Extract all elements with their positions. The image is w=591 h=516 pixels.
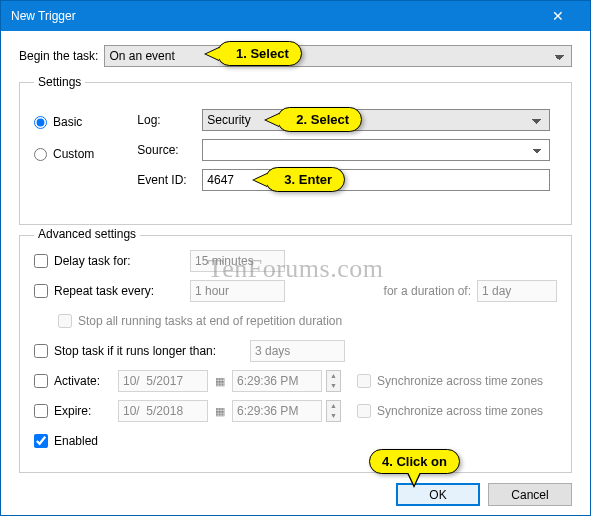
radio-column: Basic Custom bbox=[34, 99, 134, 179]
delay-checkbox[interactable] bbox=[34, 254, 48, 268]
stopif-select: 3 days bbox=[250, 340, 345, 362]
delay-select: 15 minutes bbox=[190, 250, 285, 272]
window-title: New Trigger bbox=[11, 9, 76, 23]
callout-4: 4. Click on bbox=[369, 449, 460, 474]
stopall-label: Stop all running tasks at end of repetit… bbox=[78, 314, 342, 328]
source-row: Source: bbox=[137, 139, 550, 161]
spin-icon: ▲▼ bbox=[326, 400, 341, 422]
activate-checkbox[interactable] bbox=[34, 374, 48, 388]
log-label: Log: bbox=[137, 113, 202, 127]
close-icon[interactable]: ✕ bbox=[535, 8, 580, 24]
advanced-title: Advanced settings bbox=[34, 227, 140, 241]
enabled-label: Enabled bbox=[54, 434, 98, 448]
radio-custom-input[interactable] bbox=[34, 148, 47, 161]
repeat-checkbox[interactable] bbox=[34, 284, 48, 298]
repeat-label: Repeat task every: bbox=[54, 284, 184, 298]
fields-column: Log: Security 2. Select Source: Event ID… bbox=[137, 99, 550, 199]
log-select[interactable]: Security bbox=[202, 109, 550, 131]
expire-row: Expire: ▦ ▲▼ Synchronize across time zon… bbox=[34, 400, 557, 422]
radio-custom[interactable]: Custom bbox=[34, 147, 134, 161]
sync2-label: Synchronize across time zones bbox=[377, 404, 543, 418]
delay-label: Delay task for: bbox=[54, 254, 184, 268]
callout-1: 1. Select bbox=[217, 41, 302, 66]
expire-date bbox=[118, 400, 208, 422]
radio-basic[interactable]: Basic bbox=[34, 115, 134, 129]
sync2-checkbox bbox=[357, 404, 371, 418]
source-label: Source: bbox=[137, 143, 202, 157]
calendar-icon: ▦ bbox=[212, 370, 228, 392]
advanced-group: Advanced settings Delay task for: 15 min… bbox=[19, 235, 572, 473]
begin-label: Begin the task: bbox=[19, 49, 98, 63]
activate-date bbox=[118, 370, 208, 392]
sync1-checkbox bbox=[357, 374, 371, 388]
dialog-content: Begin the task: On an event 1. Select Se… bbox=[1, 31, 590, 516]
stopall-checkbox bbox=[58, 314, 72, 328]
expire-checkbox[interactable] bbox=[34, 404, 48, 418]
duration-select: 1 day bbox=[477, 280, 557, 302]
activate-row: Activate: ▦ ▲▼ Synchronize across time z… bbox=[34, 370, 557, 392]
radio-custom-label: Custom bbox=[53, 147, 94, 161]
enabled-row: Enabled bbox=[34, 430, 557, 452]
eventid-label: Event ID: bbox=[137, 173, 202, 187]
settings-group: Settings Basic Custom Log: Security 2. S… bbox=[19, 75, 572, 225]
begin-task-select[interactable]: On an event bbox=[104, 45, 572, 67]
log-row: Log: Security 2. Select bbox=[137, 109, 550, 131]
callout-2: 2. Select bbox=[277, 107, 362, 132]
radio-basic-label: Basic bbox=[53, 115, 82, 129]
sync1-label: Synchronize across time zones bbox=[377, 374, 543, 388]
stopall-row: Stop all running tasks at end of repetit… bbox=[58, 310, 557, 332]
callout-3: 3. Enter bbox=[265, 167, 345, 192]
stopif-label: Stop task if it runs longer than: bbox=[54, 344, 244, 358]
delay-row: Delay task for: 15 minutes bbox=[34, 250, 557, 272]
titlebar: New Trigger ✕ bbox=[1, 1, 590, 31]
activate-label: Activate: bbox=[54, 374, 112, 388]
spin-icon: ▲▼ bbox=[326, 370, 341, 392]
button-bar: 4. Click on OK Cancel bbox=[19, 483, 572, 506]
repeat-row: Repeat task every: 1 hour for a duration… bbox=[34, 280, 557, 302]
expire-time bbox=[232, 400, 322, 422]
source-select[interactable] bbox=[202, 139, 550, 161]
eventid-row: Event ID: 3. Enter bbox=[137, 169, 550, 191]
stopif-row: Stop task if it runs longer than: 3 days bbox=[34, 340, 557, 362]
expire-label: Expire: bbox=[54, 404, 112, 418]
cancel-button[interactable]: Cancel bbox=[488, 483, 572, 506]
radio-basic-input[interactable] bbox=[34, 116, 47, 129]
begin-row: Begin the task: On an event 1. Select bbox=[19, 45, 572, 67]
stopif-checkbox[interactable] bbox=[34, 344, 48, 358]
enabled-checkbox[interactable] bbox=[34, 434, 48, 448]
calendar-icon: ▦ bbox=[212, 400, 228, 422]
activate-time bbox=[232, 370, 322, 392]
settings-legend: Settings bbox=[34, 75, 85, 89]
duration-label: for a duration of: bbox=[384, 284, 471, 298]
repeat-select: 1 hour bbox=[190, 280, 285, 302]
